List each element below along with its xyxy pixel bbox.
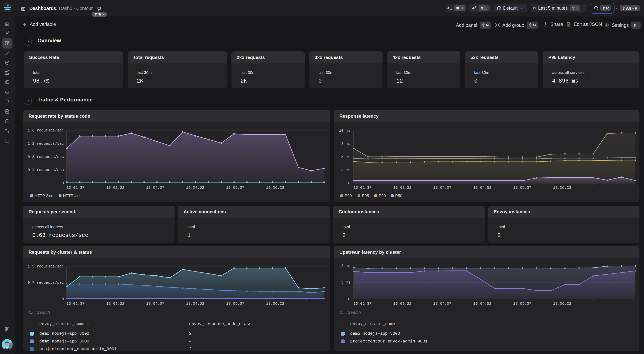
svg-text:DEMO: DEMO <box>4 7 11 10</box>
